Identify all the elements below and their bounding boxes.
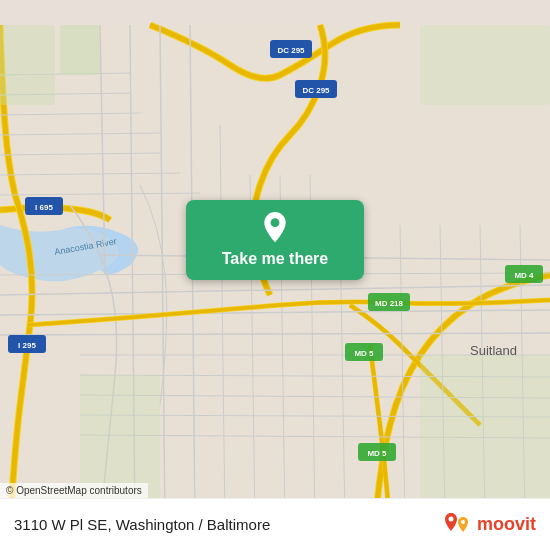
attribution-text: © OpenStreetMap contributors <box>6 485 142 496</box>
svg-text:I 695: I 695 <box>35 203 53 212</box>
map-attribution: © OpenStreetMap contributors <box>0 483 148 498</box>
svg-rect-51 <box>420 25 550 105</box>
svg-text:MD 4: MD 4 <box>514 271 534 280</box>
svg-text:MD 5: MD 5 <box>354 349 374 358</box>
take-me-there-button[interactable]: Take me there <box>186 200 364 280</box>
svg-point-56 <box>461 520 465 524</box>
take-me-there-label: Take me there <box>222 250 328 268</box>
svg-rect-49 <box>60 25 100 75</box>
bottom-bar: 3110 W Pl SE, Washington / Baltimore moo… <box>0 498 550 550</box>
moovit-logo-icon <box>441 511 473 539</box>
map-container: Anacostia River <box>0 0 550 550</box>
moovit-logo: moovit <box>441 511 536 539</box>
location-pin-icon <box>259 212 291 244</box>
address-text: 3110 W Pl SE, Washington / Baltimore <box>14 516 270 533</box>
svg-text:MD 218: MD 218 <box>375 299 404 308</box>
svg-point-54 <box>271 218 280 227</box>
svg-point-55 <box>448 516 453 521</box>
svg-text:DC 295: DC 295 <box>277 46 305 55</box>
svg-text:I 295: I 295 <box>18 341 36 350</box>
svg-text:MD 5: MD 5 <box>367 449 387 458</box>
svg-text:DC 295: DC 295 <box>302 86 330 95</box>
svg-rect-50 <box>0 25 55 105</box>
moovit-brand-text: moovit <box>477 514 536 535</box>
